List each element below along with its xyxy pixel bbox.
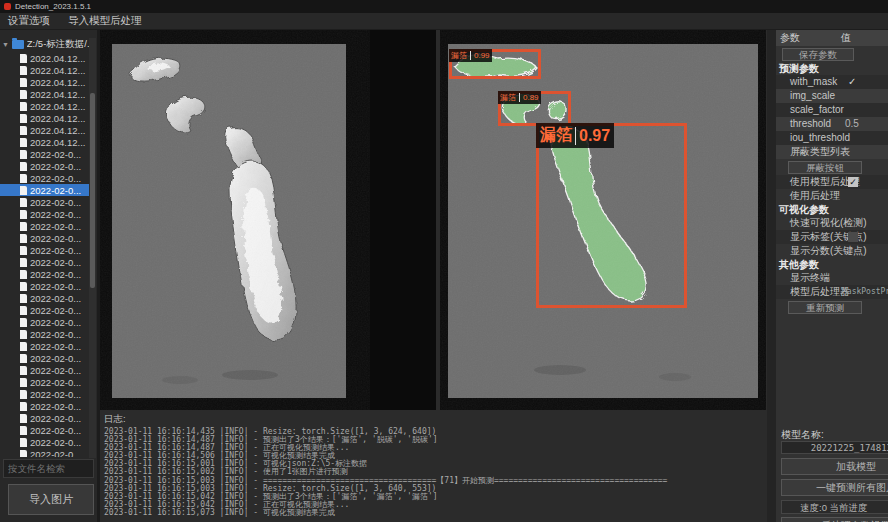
list-item[interactable]: 2022.04.12... [0, 64, 89, 76]
list-item[interactable]: 2022-02-0... [0, 304, 89, 316]
param-row[interactable]: iou_threshold [776, 131, 888, 145]
list-item[interactable]: 2022.04.12... [0, 88, 89, 100]
file-name: 2022-02-0... [30, 377, 81, 388]
checkmark-icon[interactable]: ✓ [848, 75, 856, 89]
file-icon [20, 234, 27, 243]
list-item[interactable]: 2022-02-0... [0, 328, 89, 340]
list-item[interactable]: 2022-02-0... [0, 388, 89, 400]
list-item[interactable]: 2022-02-0... [0, 412, 89, 424]
file-name: 2022-02-0... [30, 401, 81, 412]
list-item[interactable]: 2022-02-0... [0, 148, 89, 160]
list-item[interactable]: 2022-02-0... [0, 280, 89, 292]
param-row[interactable]: 显示分数(关键点) [776, 244, 888, 258]
param-value[interactable]: MaskPostPro [842, 285, 888, 299]
param-name: threshold [790, 118, 831, 129]
param-name: 显示分数(关键点) [790, 245, 867, 256]
list-item[interactable]: 2022-02-0... [0, 184, 89, 196]
param-row[interactable]: 显示标签(关键点) [776, 230, 888, 244]
list-item[interactable]: 2022-02-0... [0, 244, 89, 256]
list-item[interactable]: 2022-02-0... [0, 172, 89, 184]
list-item[interactable]: 2022.04.12... [0, 112, 89, 124]
list-item[interactable]: 2022-02-0... [0, 292, 89, 304]
save-params-button[interactable]: 保存参数 [782, 48, 854, 61]
file-icon [20, 246, 27, 255]
param-action-button[interactable]: 重新预测 [788, 301, 862, 314]
menu-import-postprocess[interactable]: 导入模型后处理 [68, 14, 142, 28]
list-item[interactable]: 2022-02-0... [0, 316, 89, 328]
file-icon [20, 330, 27, 339]
file-name: 2022.04.12... [30, 113, 85, 124]
app-logo-icon [4, 3, 11, 10]
param-row[interactable]: threshold0.5 [776, 117, 888, 131]
file-icon [20, 306, 27, 315]
list-item[interactable]: 2022.04.12... [0, 124, 89, 136]
load-model-button[interactable]: 加载模型 [781, 458, 888, 475]
list-item[interactable]: 2022-02-0... [0, 400, 89, 412]
params-header-value: 值 [841, 31, 851, 45]
chevron-down-icon[interactable]: ▼ [2, 41, 9, 48]
predict-all-button[interactable]: 一键预测所有图片 [781, 479, 888, 496]
list-item[interactable]: 2022-02-0... [0, 436, 89, 448]
list-item[interactable]: 2022-02-0... [0, 424, 89, 436]
list-item[interactable]: 2022.04.12... [0, 52, 89, 64]
file-name: 2022-02-0... [30, 257, 81, 268]
param-row[interactable]: with_mask✓ [776, 75, 888, 89]
list-item[interactable]: 2022-02-0... [0, 208, 89, 220]
param-checkbox[interactable]: ✓ [848, 177, 858, 187]
file-name: 2022.04.12... [30, 125, 85, 136]
tree-root-node[interactable]: ▼ Z:/5-标注数据/... [2, 38, 94, 51]
list-item[interactable]: 2022-02-0... [0, 196, 89, 208]
param-checkbox[interactable] [848, 232, 858, 242]
tree-scrollbar-thumb[interactable] [90, 93, 95, 288]
param-action-button[interactable]: 屏蔽按钮 [788, 161, 862, 174]
list-item[interactable]: 2022-02-0... [0, 448, 89, 457]
model-panel: 模型名称: 20221225_174813 加载模型 一键预测所有图片 速度:0… [776, 420, 888, 522]
file-name: 2022-02-0... [30, 197, 81, 208]
list-item[interactable]: 2022.04.12... [0, 136, 89, 148]
detection-score: 0.89 [519, 93, 539, 102]
file-icon [20, 138, 27, 147]
param-row[interactable]: scale_factor [776, 103, 888, 117]
tree-scrollbar[interactable] [89, 38, 96, 458]
file-icon [20, 222, 27, 231]
list-item[interactable]: 2022-02-0... [0, 232, 89, 244]
file-name: 2022.04.12... [30, 101, 85, 112]
import-image-button[interactable]: 导入图片 [8, 484, 94, 515]
original-image-panel[interactable] [100, 30, 436, 410]
menu-settings[interactable]: 设置选项 [8, 14, 50, 28]
search-input[interactable] [3, 459, 94, 478]
param-row[interactable]: img_scale [776, 89, 888, 103]
file-icon [20, 174, 27, 183]
postprocess-settings-button[interactable]: 后处理参数设置 [781, 517, 888, 522]
list-item[interactable]: 2022-02-0... [0, 352, 89, 364]
log-area[interactable]: 日志: 2023-01-11 16:16:14,435 |INFO| - Res… [100, 410, 767, 522]
param-value[interactable]: 0.5 [845, 117, 859, 131]
list-item[interactable]: 2022-02-0... [0, 256, 89, 268]
list-item[interactable]: 2022-02-0... [0, 220, 89, 232]
list-item[interactable]: 2022-02-0... [0, 376, 89, 388]
log-line: 2023-01-11 16:16:15,073 |INFO| - 可视化预测结果… [104, 509, 767, 517]
list-item[interactable]: 2022-02-0... [0, 364, 89, 376]
param-name: 显示终端 [790, 272, 830, 283]
param-row[interactable]: 快速可视化(检测) [776, 216, 888, 230]
param-row[interactable]: 模型后处理器MaskPostPro [776, 285, 888, 299]
list-item[interactable]: 2022-02-0... [0, 268, 89, 280]
param-name: with_mask [790, 76, 837, 87]
model-name-field[interactable]: 20221225_174813 [781, 441, 888, 454]
prediction-image-panel[interactable]: 漏箔 0.99 漏箔 0.89 漏箔 0.97 [440, 30, 766, 410]
param-row[interactable]: 屏蔽类型列表 [776, 145, 888, 159]
list-item[interactable]: 2022-02-0... [0, 340, 89, 352]
file-icon [20, 114, 27, 123]
list-item[interactable]: 2022.04.12... [0, 76, 89, 88]
file-icon [20, 450, 27, 458]
list-item[interactable]: 2022-02-0... [0, 160, 89, 172]
original-image [100, 30, 436, 410]
detection-label: 漏箔 0.97 [536, 123, 614, 148]
list-item[interactable]: 2022.04.12... [0, 100, 89, 112]
param-row[interactable]: 显示终端 [776, 271, 888, 285]
file-icon [20, 366, 27, 375]
param-row[interactable]: 使用模型后处理✓ [776, 175, 888, 189]
file-icon [20, 438, 27, 447]
file-name: 2022-02-0... [30, 233, 81, 244]
param-row[interactable]: 使用后处理 [776, 189, 888, 203]
